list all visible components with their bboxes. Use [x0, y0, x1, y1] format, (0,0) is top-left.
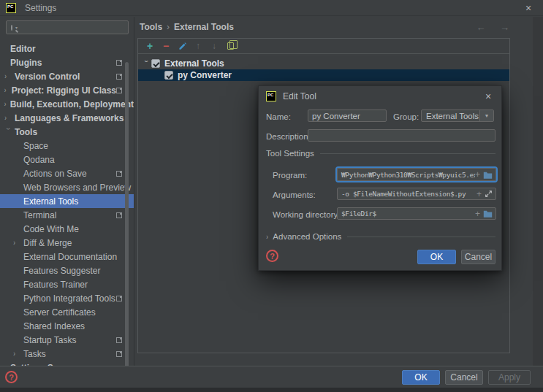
working-directory-field[interactable]: $FileDir$ + [337, 207, 496, 220]
chevron-right-icon[interactable]: › [266, 232, 268, 241]
move-up-icon[interactable]: ↑ [192, 40, 204, 52]
sidebar-item-features-suggester[interactable]: Features Suggester [0, 264, 134, 277]
working-directory-value: $FileDir$ [338, 210, 475, 218]
dialog-help-icon[interactable]: ? [266, 250, 278, 262]
chevron-right-icon[interactable]: › [4, 72, 12, 80]
pycharm-logo-icon: PC [266, 91, 276, 101]
program-value: ₩Python₩Python310₩Scripts₩pyuic5.exe [338, 171, 475, 179]
group-combobox[interactable]: External Tools ▼ [421, 109, 494, 122]
apply-button[interactable]: Apply [488, 370, 531, 385]
group-value: External Tools [422, 112, 479, 120]
ok-button[interactable]: OK [402, 370, 440, 385]
main-scroll-gutter [533, 17, 543, 366]
forward-arrow-icon[interactable]: → [500, 22, 509, 33]
sidebar-scrollbar[interactable] [125, 62, 129, 366]
dialog-cancel-button[interactable]: Cancel [461, 250, 495, 264]
chevron-right-icon[interactable]: › [4, 113, 12, 122]
dropdown-arrow-icon[interactable]: ▼ [479, 110, 493, 121]
dialog-ok-button[interactable]: OK [417, 250, 456, 264]
plugin-badge-icon [116, 351, 122, 357]
sidebar-item-diff-merge[interactable]: ›Diff & Merge [0, 236, 134, 250]
sidebar-item-features-trainer[interactable]: Features Trainer [0, 277, 134, 291]
settings-search-box[interactable]: ▾ [6, 20, 129, 34]
plugin-badge-icon [116, 337, 122, 343]
plugin-badge-icon [116, 60, 122, 66]
description-field[interactable] [308, 129, 495, 142]
sidebar-item-code-with-me[interactable]: Code With Me [0, 222, 134, 236]
insert-macro-icon[interactable]: + [475, 169, 480, 180]
sidebar-item-label: Tools [15, 127, 37, 137]
help-icon[interactable]: ? [5, 371, 18, 383]
external-tools-checkbox[interactable] [151, 59, 160, 68]
dialog-close-icon[interactable]: × [482, 91, 494, 102]
sidebar-item-terminal[interactable]: Terminal [0, 208, 134, 222]
py-converter-checkbox[interactable] [164, 71, 173, 80]
folder-icon[interactable] [483, 210, 493, 218]
sidebar-item-label: Space [23, 141, 48, 151]
chevron-down-icon[interactable]: › [4, 128, 12, 135]
sidebar-item-editor[interactable]: Editor [0, 42, 134, 55]
tools-toolbar: + − ↑ ↓ [138, 39, 509, 54]
plugin-badge-icon [116, 171, 122, 177]
advanced-options-section[interactable]: › Advanced Options [266, 232, 495, 241]
sidebar-item-python-integrated-tools[interactable]: Python Integrated Tools [0, 291, 134, 305]
tree-child-label: py Converter [178, 70, 232, 80]
tree-row-external-tools[interactable]: › External Tools [138, 58, 509, 69]
plugin-badge-icon [116, 74, 122, 80]
sidebar-item-external-documentation[interactable]: External Documentation [0, 250, 134, 264]
sidebar-item-label: Project: Rigging UI Class [12, 85, 116, 96]
sidebar-item-web-browsers-and-preview[interactable]: Web Browsers and Preview [0, 180, 134, 194]
sidebar-item-plugins[interactable]: Plugins [0, 55, 134, 69]
move-down-icon[interactable]: ↓ [208, 40, 220, 52]
settings-sidebar: ▾ EditorPlugins›Version Control›Project:… [0, 17, 134, 366]
close-icon[interactable]: × [523, 2, 534, 14]
sidebar-item-actions-on-save[interactable]: Actions on Save [0, 166, 134, 180]
program-field[interactable]: ₩Python₩Python310₩Scripts₩pyuic5.exe + [337, 168, 496, 181]
copy-icon[interactable] [224, 40, 236, 52]
plugin-badge-icon [116, 296, 122, 301]
chevron-down-icon[interactable]: › [143, 60, 151, 67]
sidebar-item-label: Startup Tasks [23, 335, 76, 345]
sidebar-item-version-control[interactable]: ›Version Control [0, 69, 134, 83]
breadcrumb-external-tools[interactable]: External Tools [174, 22, 234, 32]
chevron-right-icon[interactable]: › [4, 99, 8, 108]
sidebar-item-languages-frameworks[interactable]: ›Languages & Frameworks [0, 111, 134, 125]
edit-pencil-icon[interactable] [176, 40, 188, 52]
cancel-button[interactable]: Cancel [445, 370, 483, 385]
settings-search-input[interactable] [18, 23, 134, 33]
sidebar-item-startup-tasks[interactable]: Startup Tasks [0, 333, 134, 347]
sidebar-item-label: Terminal [23, 210, 56, 220]
search-icon [11, 25, 12, 31]
sidebar-item-qodana[interactable]: Qodana [0, 153, 134, 166]
group-label: Group: [393, 112, 419, 121]
chevron-right-icon[interactable]: › [4, 85, 10, 94]
insert-macro-icon[interactable]: + [475, 209, 480, 219]
sidebar-item-label: Editor [10, 44, 36, 54]
name-field[interactable]: py Converter [308, 109, 387, 122]
sidebar-item-shared-indexes[interactable]: Shared Indexes [0, 319, 134, 333]
sidebar-item-project-rigging-ui-class[interactable]: ›Project: Rigging UI Class [0, 83, 134, 97]
tree-root-label: External Tools [164, 58, 224, 69]
chevron-right-icon[interactable]: › [13, 238, 20, 247]
sidebar-item-label: Code With Me [23, 224, 79, 234]
chevron-right-icon[interactable]: › [13, 349, 20, 358]
sidebar-item-build-execution-deployment[interactable]: ›Build, Execution, Deployment [0, 97, 134, 111]
back-arrow-icon[interactable]: ← [476, 22, 485, 33]
pycharm-logo-icon: PC [6, 3, 16, 13]
remove-icon[interactable]: − [160, 40, 172, 52]
sidebar-item-server-certificates[interactable]: Server Certificates [0, 305, 134, 319]
add-icon[interactable]: + [144, 40, 156, 52]
sidebar-item-tasks[interactable]: ›Tasks [0, 347, 134, 361]
working-directory-label: Working directory: [273, 210, 340, 219]
description-label: Description: [266, 132, 311, 141]
insert-macro-icon[interactable]: + [476, 189, 482, 199]
sidebar-item-external-tools[interactable]: External Tools [0, 194, 134, 208]
expand-field-icon[interactable] [485, 190, 493, 198]
sidebar-item-space[interactable]: Space [0, 139, 134, 153]
breadcrumb-tools[interactable]: Tools [140, 22, 162, 32]
folder-icon[interactable] [483, 171, 493, 179]
tree-row-py-converter[interactable]: py Converter [138, 69, 509, 81]
arguments-field[interactable]: -o $FileNameWithoutExtension$.py + [337, 188, 496, 200]
sidebar-item-tools[interactable]: ›Tools [0, 125, 134, 139]
sidebar-item-settings-sync[interactable]: Settings Sync [0, 361, 134, 366]
